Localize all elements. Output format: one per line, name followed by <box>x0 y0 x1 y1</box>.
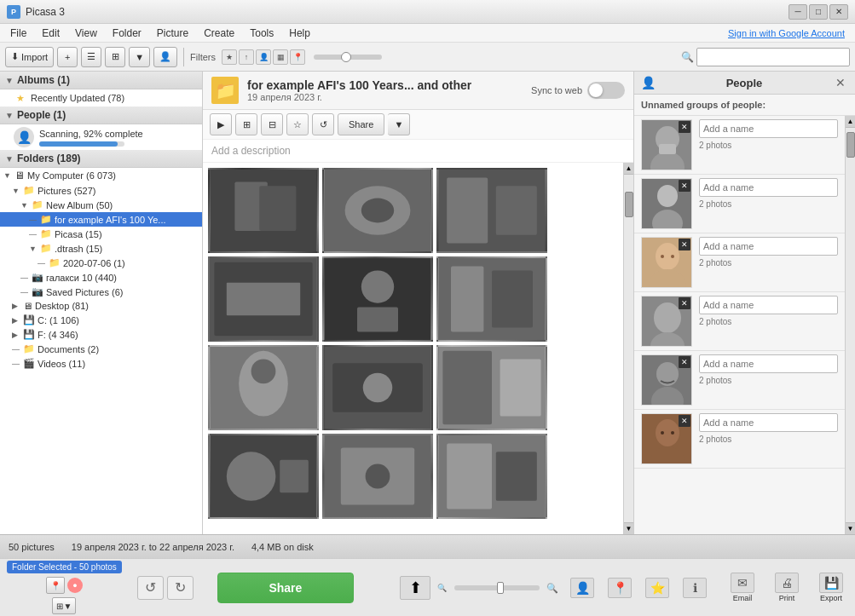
add-album-button[interactable]: + <box>57 47 78 67</box>
sign-in-link[interactable]: Sign in with Google Account <box>728 28 852 38</box>
rotate-button[interactable]: ↺ <box>312 113 334 135</box>
photo-collage-button[interactable]: ⊞ <box>235 113 257 135</box>
folders-section-header[interactable]: ▼ Folders (189) <box>0 150 202 168</box>
photo-thumb[interactable] <box>208 168 319 253</box>
folder-item-mycomputer[interactable]: ▼ 🖥 My Computer (6 073) <box>0 168 202 183</box>
menu-folder[interactable]: Folder <box>106 26 148 41</box>
menu-help[interactable]: Help <box>282 26 317 41</box>
folder-item-f[interactable]: ▶ 💾 F: (4 346) <box>0 327 202 342</box>
zoom-slider[interactable] <box>454 585 540 590</box>
scroll-thumb[interactable] <box>625 192 633 217</box>
sidebar-item-recently-updated[interactable]: ★ Recently Updated (78) <box>0 89 202 107</box>
scroll-up-button[interactable]: ▲ <box>624 163 633 175</box>
grid-view-button[interactable]: ⊞ <box>105 47 125 67</box>
person-close-button[interactable]: ✕ <box>679 239 690 250</box>
photo-thumb[interactable] <box>322 168 433 253</box>
filter-star[interactable]: ★ <box>222 49 237 65</box>
layout-button[interactable]: ⊞▼ <box>52 597 76 614</box>
photo-grid-button[interactable]: ⊟ <box>261 113 283 135</box>
search-input[interactable] <box>696 48 850 66</box>
scroll-down-button[interactable]: ▼ <box>624 522 633 534</box>
maximize-button[interactable]: □ <box>809 4 828 20</box>
folder-item-newalbum[interactable]: ▼ 📁 New Album (50) <box>0 198 202 212</box>
share-big-button[interactable]: Share <box>217 573 354 603</box>
action-icon-info[interactable]: ℹ <box>678 578 712 598</box>
people-section-header[interactable]: ▼ People (1) <box>0 107 202 124</box>
email-action[interactable]: ✉ Email <box>725 573 760 602</box>
folder-item-videos[interactable]: — 🎬 Videos (11) <box>0 356 202 371</box>
photo-thumb[interactable] <box>322 345 433 430</box>
geo-pin-button[interactable]: 📍 <box>46 577 65 594</box>
upload-button[interactable]: ⬆ <box>400 576 430 600</box>
export-action[interactable]: 💾 Export <box>814 573 848 602</box>
folder-item-2020[interactable]: — 📁 2020-07-06 (1) <box>0 256 202 270</box>
redo-button[interactable]: ↻ <box>167 576 194 600</box>
person-close-button[interactable]: ✕ <box>679 415 690 427</box>
person-name-input[interactable] <box>699 296 838 314</box>
print-action[interactable]: 🖨 Print <box>770 573 804 602</box>
folder-item-c[interactable]: ▶ 💾 C: (1 106) <box>0 313 202 327</box>
folder-item-dtrash[interactable]: ▼ 📁 .dtrash (15) <box>0 241 202 256</box>
photo-thumb[interactable] <box>436 345 547 430</box>
person-name-input[interactable] <box>699 119 838 138</box>
person-close-button[interactable]: ✕ <box>679 297 690 309</box>
person-close-button[interactable]: ✕ <box>679 356 690 368</box>
filter-people[interactable]: 👤 <box>256 49 271 65</box>
person-name-input[interactable] <box>699 413 838 432</box>
person-name-input[interactable] <box>699 354 838 373</box>
rotate-left-button[interactable]: ● <box>67 578 83 593</box>
person-name-input[interactable] <box>699 237 838 256</box>
list-view-button[interactable]: ☰ <box>81 47 101 67</box>
person-name-input[interactable] <box>699 178 838 197</box>
folder-item-picasa[interactable]: — 📁 Picasa (15) <box>0 227 202 241</box>
people-scroll-thumb[interactable] <box>846 132 855 158</box>
photo-thumb[interactable] <box>436 168 547 253</box>
photo-thumb[interactable] <box>436 434 547 519</box>
photo-thumb[interactable] <box>436 256 547 342</box>
filter-upload[interactable]: ↑ <box>239 49 254 65</box>
people-scroll-up[interactable]: ▲ <box>846 116 855 128</box>
view-more-button[interactable]: ▼ <box>129 47 150 67</box>
import-button[interactable]: ⬇ Import <box>5 47 54 67</box>
filter-geo[interactable]: 📍 <box>290 49 305 65</box>
albums-section-header[interactable]: ▼ Albums (1) <box>0 72 202 89</box>
menu-tools[interactable]: Tools <box>243 26 280 41</box>
minimize-button[interactable]: ─ <box>789 4 807 20</box>
close-button[interactable]: ✕ <box>829 4 848 20</box>
action-icon-geo[interactable]: 📍 <box>603 578 637 598</box>
scroll-track[interactable] <box>624 175 633 522</box>
description-field[interactable]: Add a description <box>203 140 633 163</box>
folder-item-galaxy[interactable]: — 📷 галакси 10 (440) <box>0 270 202 285</box>
photo-thumb[interactable] <box>208 345 319 430</box>
sync-button[interactable]: Sync to web <box>531 82 625 99</box>
action-icon-star[interactable]: ⭐ <box>640 578 674 598</box>
folder-item-desktop[interactable]: ▶ 🖥 Desktop (81) <box>0 299 202 313</box>
filter-video[interactable]: ▦ <box>273 49 288 65</box>
menu-create[interactable]: Create <box>197 26 241 41</box>
action-icon-people[interactable]: 👤 <box>565 578 599 598</box>
folder-item-documents[interactable]: — 📁 Documents (2) <box>0 342 202 356</box>
folder-item-pictures[interactable]: ▼ 📁 Pictures (527) <box>0 183 202 198</box>
people-panel-close[interactable]: ✕ <box>833 75 848 90</box>
star-button[interactable]: ☆ <box>286 113 309 135</box>
photo-thumb[interactable] <box>322 256 433 342</box>
people-scroll-track[interactable] <box>846 128 855 522</box>
people-scroll-down[interactable]: ▼ <box>846 522 855 534</box>
sync-toggle[interactable] <box>587 82 625 99</box>
person-close-button[interactable]: ✕ <box>679 121 690 133</box>
menu-file[interactable]: File <box>3 26 33 41</box>
share-dropdown-button[interactable]: ▼ <box>388 113 410 135</box>
undo-button[interactable]: ↺ <box>137 576 164 600</box>
photo-thumb[interactable] <box>208 256 319 342</box>
play-button[interactable]: ▶ <box>210 113 232 135</box>
menu-picture[interactable]: Picture <box>150 26 195 41</box>
menu-edit[interactable]: Edit <box>35 26 66 41</box>
share-button[interactable]: Share <box>338 113 384 135</box>
folder-item-saved[interactable]: — 📷 Saved Pictures (6) <box>0 285 202 299</box>
photo-thumb[interactable] <box>322 434 433 519</box>
photo-thumb[interactable] <box>208 434 319 519</box>
people-button[interactable]: 👤 <box>153 47 177 67</box>
folder-item-afi[interactable]: — 📁 for example AFI's 100 Ye... <box>0 212 202 227</box>
person-close-button[interactable]: ✕ <box>679 180 690 192</box>
menu-view[interactable]: View <box>68 26 104 41</box>
